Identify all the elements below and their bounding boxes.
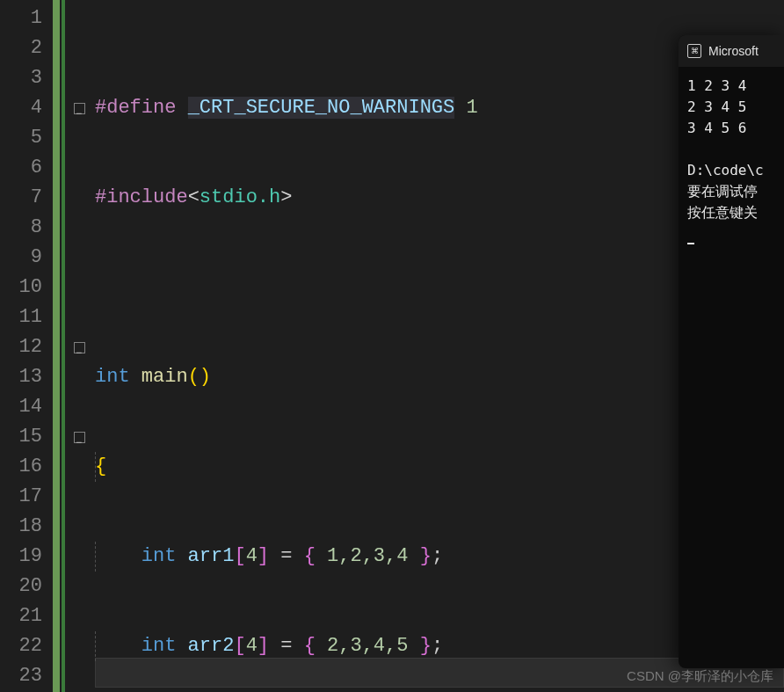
terminal-cursor-icon (687, 229, 694, 244)
line-number: 2 (0, 33, 42, 63)
line-number: 12 (0, 332, 42, 362)
line-number: 17 (0, 482, 42, 512)
terminal-title-bar[interactable]: ⌘ Microsoft (679, 35, 784, 67)
line-number: 6 (0, 153, 42, 183)
line-number: 7 (0, 183, 42, 213)
fold-minus-icon[interactable] (74, 342, 85, 353)
line-number: 19 (0, 542, 42, 572)
line-number: 14 (0, 392, 42, 422)
line-number: 21 (0, 601, 42, 631)
fold-minus-icon[interactable] (74, 432, 85, 443)
line-number: 10 (0, 273, 42, 302)
line-number-gutter: 1 2 3 4 5 6 7 8 9 10 11 12 13 14 15 16 1… (0, 0, 53, 692)
code-editor[interactable]: 1 2 3 4 5 6 7 8 9 10 11 12 13 14 15 16 1… (0, 0, 784, 692)
terminal-output[interactable]: 1 2 3 4 2 3 4 5 3 4 5 6 D:\code\c 要在调试停 … (679, 67, 784, 253)
change-indicator (53, 0, 60, 692)
fold-gutter[interactable] (74, 0, 95, 692)
line-number: 20 (0, 572, 42, 601)
line-number: 18 (0, 512, 42, 542)
change-indicator-secondary (62, 0, 65, 692)
terminal-window[interactable]: ⌘ Microsoft 1 2 3 4 2 3 4 5 3 4 5 6 D:\c… (679, 35, 784, 668)
terminal-title-text: Microsoft (708, 44, 759, 58)
line-number: 23 (0, 661, 42, 691)
line-number: 22 (0, 631, 42, 661)
line-number: 11 (0, 302, 42, 332)
line-number: 9 (0, 243, 42, 273)
line-number: 13 (0, 362, 42, 392)
line-number: 5 (0, 123, 42, 153)
line-number: 15 (0, 422, 42, 452)
watermark-text: CSDN @李昕泽的小仓库 (627, 668, 773, 685)
line-number: 4 (0, 93, 42, 123)
line-number: 3 (0, 63, 42, 93)
line-number: 1 (0, 4, 42, 33)
terminal-icon: ⌘ (687, 44, 701, 58)
line-number: 16 (0, 452, 42, 482)
fold-minus-icon[interactable] (74, 103, 85, 114)
line-number: 8 (0, 213, 42, 243)
